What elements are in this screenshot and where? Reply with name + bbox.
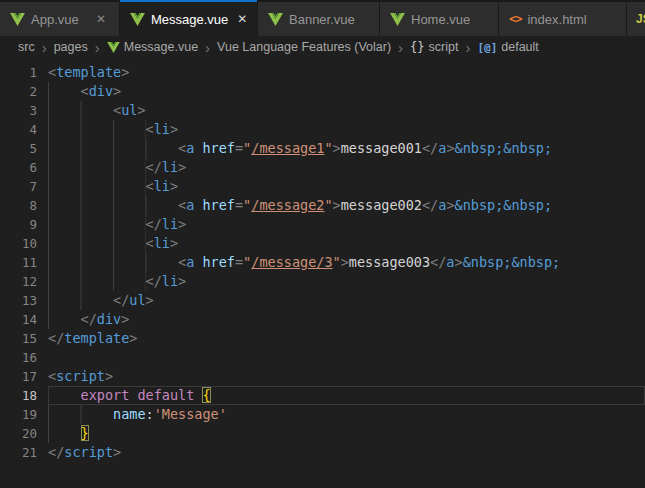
tab-message-vue[interactable]: Message.vue ✕ <box>120 0 257 36</box>
breadcrumb-item-pages[interactable]: pages <box>54 40 88 54</box>
code-line[interactable]: 18export default { <box>0 386 645 405</box>
close-icon[interactable]: ✕ <box>93 11 109 27</box>
code-editor[interactable]: 1<template>2<div>3<ul>4<li>5<a href="/me… <box>0 58 645 488</box>
code-token: </ <box>48 330 64 346</box>
code-line-content[interactable] <box>48 348 645 367</box>
code-token: name <box>113 406 146 422</box>
code-line-content[interactable]: <ul> <box>48 101 645 120</box>
code-line[interactable]: 15</template> <box>0 329 645 348</box>
code-token: </ <box>146 273 162 289</box>
line-number: 4 <box>0 120 48 139</box>
code-line-content[interactable]: <script> <box>48 367 645 386</box>
code-line-content[interactable]: <template> <box>48 63 645 82</box>
code-line-content[interactable]: export default { <box>48 386 645 405</box>
code-token: li <box>162 273 178 289</box>
code-line[interactable]: 6</li> <box>0 158 645 177</box>
code-line-content[interactable]: <div> <box>48 82 645 101</box>
tab-label: index.html <box>527 12 586 27</box>
tab-js-clipped[interactable]: JS <box>627 2 645 36</box>
tab-home-vue[interactable]: Home.vue <box>380 2 498 36</box>
code-line[interactable]: 12</li> <box>0 272 645 291</box>
indent-guides <box>48 386 81 405</box>
vscode-window: App.vue ✕ Message.vue ✕ Banner.vue Home.… <box>0 0 645 488</box>
code-line[interactable]: 11<a href="/message/3">message003</a>&nb… <box>0 253 645 272</box>
code-token: > <box>113 83 121 99</box>
code-line-content[interactable]: <a href="/message2">message002</a>&nbsp;… <box>48 196 645 215</box>
code-line[interactable]: 17<script> <box>0 367 645 386</box>
code-token: li <box>154 178 170 194</box>
code-token: export <box>81 387 130 403</box>
code-line-content[interactable]: </template> <box>48 329 645 348</box>
code-line[interactable]: 16 <box>0 348 645 367</box>
code-token: &nbsp;&nbsp; <box>463 254 561 270</box>
breadcrumb-item-src[interactable]: src <box>18 40 35 54</box>
code-line-content[interactable]: </li> <box>48 158 645 177</box>
code-token: /message/3 <box>251 254 332 270</box>
code-line[interactable]: 19name:'Message' <box>0 405 645 424</box>
vue-file-icon <box>130 13 145 26</box>
code-line[interactable]: 2<div> <box>0 82 645 101</box>
code-line-content[interactable]: </li> <box>48 215 645 234</box>
line-number: 14 <box>0 310 48 329</box>
code-token: > <box>121 64 129 80</box>
code-token: " <box>324 140 332 156</box>
code-line-content[interactable]: <a href="/message1">message001</a>&nbsp;… <box>48 139 645 158</box>
code-line[interactable]: 7<li> <box>0 177 645 196</box>
line-number: 9 <box>0 215 48 234</box>
code-line[interactable]: 20} <box>0 424 645 443</box>
code-token: < <box>48 368 56 384</box>
code-line[interactable]: 9</li> <box>0 215 645 234</box>
tab-index-html[interactable]: <> index.html <box>499 2 626 36</box>
indent-guides <box>48 177 146 196</box>
code-token: href <box>202 140 235 156</box>
code-line-content[interactable]: <li> <box>48 177 645 196</box>
code-token: template <box>64 330 129 346</box>
tab-banner-vue[interactable]: Banner.vue <box>258 2 379 36</box>
line-number: 5 <box>0 139 48 158</box>
code-token: 'Message' <box>154 406 227 422</box>
code-line[interactable]: 3<ul> <box>0 101 645 120</box>
code-line[interactable]: 5<a href="/message1">message001</a>&nbsp… <box>0 139 645 158</box>
code-line[interactable]: 1<template> <box>0 63 645 82</box>
code-line[interactable]: 8<a href="/message2">message002</a>&nbsp… <box>0 196 645 215</box>
line-number: 1 <box>0 63 48 82</box>
code-line-content[interactable]: <a href="/message/3">message003</a>&nbsp… <box>48 253 645 272</box>
code-token: = <box>235 140 243 156</box>
line-number: 21 <box>0 443 48 462</box>
js-file-icon: JS <box>636 12 645 26</box>
code-line-content[interactable]: <li> <box>48 120 645 139</box>
code-line[interactable]: 10<li> <box>0 234 645 253</box>
breadcrumb-item-file[interactable]: Message.vue <box>107 40 198 54</box>
code-line[interactable]: 21</script> <box>0 443 645 462</box>
code-line-content[interactable]: </li> <box>48 272 645 291</box>
breadcrumb: src › pages › Message.vue › Vue Language… <box>0 36 645 58</box>
code-line[interactable]: 14</div> <box>0 310 645 329</box>
code-line-content[interactable]: } <box>48 424 645 443</box>
chevron-right-icon: › <box>465 40 470 55</box>
code-token: href <box>202 197 235 213</box>
code-token: > <box>341 254 349 270</box>
code-line-content[interactable]: </ul> <box>48 291 645 310</box>
code-line[interactable]: 13</ul> <box>0 291 645 310</box>
breadcrumb-item-default[interactable]: [@] default <box>477 40 538 54</box>
code-token: /message1 <box>251 140 324 156</box>
tab-bar: App.vue ✕ Message.vue ✕ Banner.vue Home.… <box>0 0 645 36</box>
code-token: < <box>178 197 186 213</box>
code-token: > <box>178 159 186 175</box>
close-icon[interactable]: ✕ <box>234 11 250 27</box>
code-line-content[interactable]: <li> <box>48 234 645 253</box>
line-number: 8 <box>0 196 48 215</box>
code-line-content[interactable]: name:'Message' <box>48 405 645 424</box>
code-token: > <box>137 102 145 118</box>
code-token: > <box>446 197 454 213</box>
code-token: script <box>56 368 105 384</box>
line-number: 20 <box>0 424 48 443</box>
code-line-content[interactable]: </script> <box>48 443 645 462</box>
code-token: = <box>235 254 243 270</box>
tab-app-vue[interactable]: App.vue ✕ <box>0 2 119 36</box>
code-token: > <box>178 273 186 289</box>
code-line-content[interactable]: </div> <box>48 310 645 329</box>
code-line[interactable]: 4<li> <box>0 120 645 139</box>
breadcrumb-item-script[interactable]: {} script <box>410 40 458 54</box>
breadcrumb-item-volar[interactable]: Vue Language Features (Volar) <box>217 40 391 54</box>
